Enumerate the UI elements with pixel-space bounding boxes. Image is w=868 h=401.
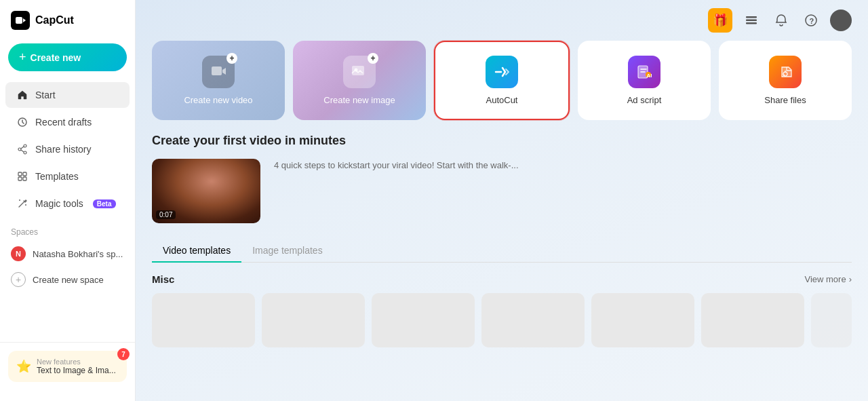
image-plus-icon: +: [368, 53, 378, 64]
sidebar-item-start[interactable]: Start: [5, 82, 130, 108]
sidebar-item-templates[interactable]: Templates: [5, 164, 130, 189]
sidebar: CapCut + Create new Start Recent drafts: [0, 0, 136, 401]
adscript-label: Ad script: [627, 95, 662, 105]
share-icon: [16, 143, 28, 155]
sidebar-item-label-templates: Templates: [35, 171, 79, 182]
notification-badge: 7: [117, 348, 130, 360]
svg-rect-0: [16, 17, 22, 24]
svg-point-4: [18, 148, 21, 151]
first-video-title: Create your first video in minutes: [152, 134, 852, 148]
home-icon: [16, 89, 28, 101]
sidebar-item-label-magic-tools: Magic tools: [35, 198, 83, 209]
create-button-label: Create new: [31, 52, 81, 63]
logo: CapCut: [0, 11, 135, 43]
template-card-4[interactable]: [481, 293, 585, 347]
space-avatar: N: [11, 246, 26, 261]
svg-marker-1: [23, 18, 26, 22]
stack-icon[interactable]: [741, 9, 762, 31]
video-plus-icon: +: [226, 53, 237, 64]
template-card-6[interactable]: [701, 293, 804, 347]
svg-rect-17: [212, 66, 222, 75]
gift-icon[interactable]: 🎁: [708, 8, 732, 33]
sharefiles-card[interactable]: Share files: [719, 41, 852, 120]
svg-point-11: [25, 204, 26, 206]
template-card-1[interactable]: [152, 293, 255, 347]
video-duration-badge: 0:07: [156, 210, 176, 219]
template-card-3[interactable]: [372, 293, 475, 347]
template-card-5[interactable]: [591, 293, 694, 347]
template-card-7[interactable]: [811, 293, 852, 347]
sidebar-item-label-start: Start: [35, 90, 56, 100]
sharefiles-label: Share files: [764, 95, 806, 105]
beta-badge: Beta: [93, 199, 116, 208]
image-card-icon: +: [343, 56, 376, 88]
template-icon: [16, 170, 28, 183]
sidebar-item-label-share-history: Share history: [35, 144, 91, 155]
svg-text:?: ?: [810, 17, 814, 25]
create-space-label: Create new space: [33, 275, 104, 285]
sharefiles-icon: [769, 56, 802, 88]
topbar: 🎁 ?: [136, 0, 868, 41]
action-cards-row: + Create new video + Create new image: [136, 41, 868, 134]
misc-label: Misc: [152, 273, 174, 285]
sidebar-item-label-recent-drafts: Recent drafts: [35, 117, 92, 128]
create-image-card[interactable]: + Create new image: [293, 41, 426, 120]
bell-icon[interactable]: [770, 9, 792, 31]
svg-point-5: [24, 151, 26, 154]
view-more-button[interactable]: View more ›: [804, 274, 852, 284]
svg-text:AI: AI: [647, 73, 652, 79]
content-area: Create your first video in minutes 0:07 …: [136, 134, 868, 361]
sidebar-item-share-history[interactable]: Share history: [5, 136, 130, 162]
template-card-2[interactable]: [262, 293, 365, 347]
adscript-icon: AI: [628, 56, 660, 88]
misc-row: Misc View more ›: [152, 273, 852, 285]
svg-rect-14: [746, 22, 757, 24]
sidebar-item-magic-tools[interactable]: Magic tools Beta: [5, 191, 130, 216]
spaces-label: Spaces: [0, 218, 135, 241]
autocut-icon: [486, 56, 518, 88]
app-name: CapCut: [35, 14, 74, 26]
plus-icon: +: [19, 50, 26, 64]
add-space-icon: +: [11, 272, 26, 287]
video-thumbnail[interactable]: 0:07: [152, 159, 260, 223]
user-avatar[interactable]: [830, 9, 852, 31]
chevron-right-icon: ›: [849, 274, 852, 284]
svg-rect-9: [23, 177, 26, 180]
space-name: Natasha Bokhari's sp...: [33, 249, 123, 259]
svg-rect-12: [746, 16, 757, 18]
view-more-label: View more: [804, 274, 846, 284]
star-icon: ⭐: [16, 359, 31, 374]
autocut-label: AutoCut: [486, 95, 518, 105]
svg-rect-6: [18, 172, 22, 176]
svg-rect-13: [746, 20, 757, 22]
template-tabs: Video templates Image templates: [152, 240, 852, 263]
clock-icon: [16, 116, 28, 128]
svg-point-3: [24, 145, 26, 147]
space-item[interactable]: N Natasha Bokhari's sp...: [0, 241, 135, 267]
template-cards-row: [152, 293, 852, 347]
create-new-button[interactable]: + Create new: [8, 43, 127, 71]
sidebar-item-recent-drafts[interactable]: Recent drafts: [5, 109, 130, 135]
autocut-card[interactable]: AutoCut: [434, 41, 570, 120]
first-video-section: 0:07 4 quick steps to kickstart your vir…: [152, 159, 852, 223]
tab-image-templates[interactable]: Image templates: [241, 240, 334, 263]
create-video-label: Create new video: [184, 95, 252, 105]
features-text-container: New features Text to Image & Ima...: [37, 358, 116, 375]
video-description: 4 quick steps to kickstart your viral vi…: [274, 159, 519, 172]
main-content: 🎁 ?: [136, 0, 868, 401]
help-icon[interactable]: ?: [800, 9, 822, 31]
tab-video-templates[interactable]: Video templates: [152, 240, 241, 263]
create-video-card[interactable]: + Create new video: [152, 41, 285, 120]
sidebar-bottom: ⭐ New features Text to Image & Ima... 7: [0, 342, 135, 390]
logo-icon: [11, 11, 30, 30]
svg-rect-7: [23, 172, 26, 176]
svg-rect-8: [18, 177, 22, 180]
features-desc: Text to Image & Ima...: [37, 366, 116, 375]
new-features-card[interactable]: ⭐ New features Text to Image & Ima... 7: [8, 351, 127, 382]
features-title: New features: [37, 358, 116, 366]
adscript-card[interactable]: AI Ad script: [578, 41, 711, 120]
video-card-icon: +: [202, 56, 235, 88]
svg-point-10: [19, 199, 20, 201]
create-space-item[interactable]: + Create new space: [0, 267, 135, 292]
create-image-label: Create new image: [323, 95, 395, 105]
